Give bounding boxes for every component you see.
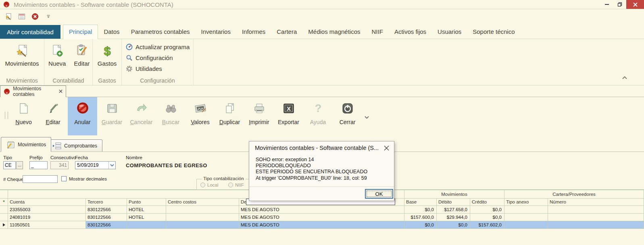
error-dialog-title[interactable]: Movimientos contables - Software contabl… (255, 145, 379, 151)
ribbon-tab-medios-magneticos[interactable]: Médios magnéticos (302, 25, 366, 39)
restore-button[interactable] (613, 0, 626, 9)
toolbar-grip-handle[interactable] (5, 112, 8, 119)
cell-credito[interactable]: $157.602,0 (470, 221, 504, 228)
editar-toolbar-button[interactable]: Editar (38, 97, 68, 135)
document-tab-movimientos-contables[interactable]: Movimientos contables (0, 85, 66, 97)
cell-numero[interactable] (548, 221, 644, 228)
cell-debito[interactable]: $127.658,0 (437, 206, 470, 213)
nuevo-button[interactable]: Nuevo (9, 97, 38, 135)
fecha-dropdown-icon[interactable] (108, 162, 115, 169)
cell-base[interactable]: $157.600,0 (404, 214, 437, 221)
cell-centro-costos[interactable] (166, 206, 239, 213)
ribbon-tab-parametros-contables[interactable]: Parametros contables (125, 25, 196, 39)
customize-qat-icon[interactable] (45, 13, 52, 20)
open-accounting-button[interactable]: Abrir contabilidad (0, 25, 60, 39)
anular-button[interactable]: Anular (68, 97, 97, 135)
cell-base[interactable]: $0,0 (404, 221, 437, 228)
cell-tipo-anexo[interactable] (504, 206, 548, 213)
tipo-input[interactable]: CE (3, 161, 16, 169)
cell-debito[interactable]: $29.944,0 (437, 214, 470, 221)
column-header-tercero[interactable]: Tercero (86, 199, 127, 206)
mostrar-decimales-checkbox[interactable] (61, 176, 67, 181)
column-header-cuenta[interactable]: Cuenta (8, 199, 86, 206)
local-radio[interactable] (200, 183, 205, 187)
configuracion-item[interactable]: Configuración (122, 52, 193, 63)
column-header-debito[interactable]: Débito (437, 199, 470, 206)
cell-cuenta[interactable]: 23355003 (8, 206, 86, 213)
gastos-button[interactable]: $ Gastos (93, 42, 121, 67)
duplicar-button[interactable]: Duplicar (215, 97, 244, 135)
tab-comprobantes[interactable]: Comprobantes (47, 139, 102, 152)
column-header-tipo-anexo[interactable]: Tipo anexo (504, 199, 548, 206)
column-header-numero[interactable]: Número (548, 199, 644, 206)
document-tab-close-icon[interactable] (59, 89, 63, 94)
close-button[interactable] (626, 0, 644, 9)
column-header-centro-costos[interactable]: Centro costos (166, 199, 239, 206)
title-bar[interactable]: Movimientos contables - Software contabl… (0, 0, 644, 9)
niif-radio[interactable] (228, 183, 233, 187)
cell-numero[interactable] (548, 214, 644, 221)
exportar-button[interactable]: X Exportar (274, 97, 303, 135)
grid-row-3-selected[interactable]: 11050501 830122566 MES DE AGOSTO $0,0 $0… (0, 221, 644, 229)
cell-cuenta[interactable]: 24081019 (8, 214, 86, 221)
cell-punto[interactable] (127, 221, 166, 228)
cell-detalle[interactable]: MES DE AGOSTO (239, 206, 404, 213)
movements-shortcut-icon[interactable] (5, 13, 12, 20)
cheque-input[interactable] (23, 175, 58, 183)
cell-punto[interactable]: HOTEL (127, 214, 166, 221)
ribbon-tab-inventarios[interactable]: Inventarios (196, 25, 236, 39)
utilidades-item[interactable]: Utilidades (122, 63, 193, 74)
cell-tipo-anexo[interactable] (504, 221, 548, 228)
cell-detalle[interactable]: MES DE AGOSTO (239, 214, 404, 221)
ribbon-tab-usuarios[interactable]: Usuarios (432, 25, 467, 39)
guardar-button[interactable]: Guardar (97, 97, 127, 135)
toolbar-overflow-icon[interactable] (365, 113, 369, 136)
prefijo-input[interactable]: _ (29, 161, 48, 169)
row-indicator (0, 206, 8, 213)
cell-credito[interactable]: $0,0 (470, 214, 504, 221)
ribbon-tab-principal[interactable]: Principal (63, 25, 98, 39)
cancel-shortcut-icon[interactable] (31, 13, 39, 20)
ribbon-tab-activos-fijos[interactable]: Activos fijos (389, 25, 432, 39)
cell-credito[interactable]: $0,0 (470, 206, 504, 213)
buscar-button[interactable]: Buscar (156, 97, 185, 135)
column-header-credito[interactable]: Crédito (470, 199, 504, 206)
actualizar-programa-item[interactable]: Actualizar programa (122, 42, 193, 52)
error-dialog-close-icon[interactable] (384, 145, 389, 152)
minimize-button[interactable] (600, 0, 613, 9)
imprimir-button[interactable]: Imprimir (244, 97, 274, 135)
valores-button[interactable]: Valores (185, 97, 215, 135)
calendar-shortcut-icon[interactable] (18, 13, 25, 20)
ok-button[interactable]: OK (365, 189, 393, 199)
fecha-combobox[interactable]: 5/09/2019 (75, 161, 116, 169)
ribbon-tab-soporte-tecnico[interactable]: Soporte técnico (467, 25, 520, 39)
ribbon-tab-datos[interactable]: Datos (98, 25, 125, 39)
cell-tipo-anexo[interactable] (504, 214, 548, 221)
cell-debito[interactable]: $0,0 (437, 221, 470, 228)
tipo-browse-button[interactable]: ... (16, 161, 23, 169)
collapse-ribbon-icon[interactable] (622, 74, 627, 81)
svg-text:?: ? (315, 102, 321, 114)
cancelar-button[interactable]: Cancelar (127, 97, 156, 135)
cell-tercero[interactable]: 830122566 (86, 214, 127, 221)
movimientos-button[interactable]: Movimientos (0, 42, 44, 67)
cell-numero[interactable] (548, 206, 644, 213)
ribbon-tab-informes[interactable]: Informes (236, 25, 271, 39)
tab-movimientos[interactable]: Movimientos (1, 137, 51, 152)
ribbon-tab-cartera[interactable]: Cartera (271, 25, 302, 39)
cell-tercero[interactable]: 830122566 (86, 206, 127, 213)
cell-tercero[interactable]: 830122566 (86, 221, 127, 228)
column-header-punto[interactable]: Punto (127, 199, 166, 206)
grid-row-1[interactable]: 23355003 830122566 HOTEL MES DE AGOSTO $… (0, 206, 644, 214)
column-header-base[interactable]: Base (404, 199, 437, 206)
cell-centro-costos[interactable] (166, 221, 239, 228)
ayuda-button[interactable]: ? Ayuda (303, 97, 333, 135)
ribbon-tab-niif[interactable]: NIIF (366, 25, 389, 39)
cell-punto[interactable]: HOTEL (127, 206, 166, 213)
cell-base[interactable]: $0,0 (404, 206, 437, 213)
cell-cuenta[interactable]: 11050501 (8, 221, 86, 228)
cell-detalle[interactable]: MES DE AGOSTO (239, 221, 404, 228)
cell-centro-costos[interactable] (166, 214, 239, 221)
grid-row-2[interactable]: 24081019 830122566 HOTEL MES DE AGOSTO $… (0, 214, 644, 221)
cerrar-button[interactable]: Cerrar (333, 97, 362, 135)
